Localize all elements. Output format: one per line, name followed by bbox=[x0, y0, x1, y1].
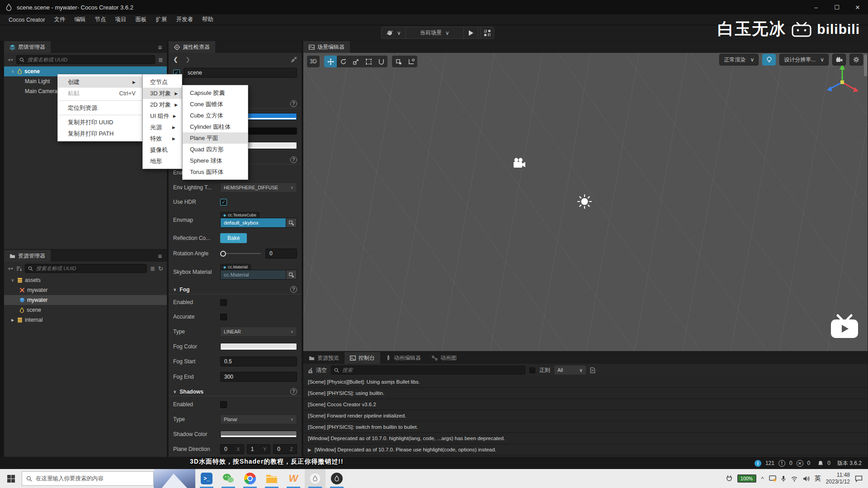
tab-asset-preview[interactable]: 资源预览 bbox=[303, 352, 344, 364]
plane-direction-y[interactable]: 1Y bbox=[247, 444, 271, 454]
scene-view-tab[interactable]: 场景编辑器 bbox=[303, 41, 350, 53]
menu-edit[interactable]: 编辑 bbox=[71, 14, 90, 25]
microphone-icon[interactable] bbox=[781, 475, 786, 482]
sort-assets-button[interactable] bbox=[16, 266, 22, 271]
camera-gizmo[interactable] bbox=[513, 158, 526, 170]
collapse-icon[interactable]: ∨ bbox=[10, 278, 15, 282]
transform-gizmo-button[interactable] bbox=[375, 56, 387, 67]
scene-select[interactable]: 当前场景 ∨ bbox=[406, 27, 464, 38]
scale-tool-button[interactable] bbox=[349, 56, 362, 67]
nav-forward-button[interactable]: ❯ bbox=[185, 56, 190, 63]
help-icon[interactable]: ? bbox=[290, 388, 297, 395]
inspector-tab[interactable]: 属性检查器 bbox=[169, 41, 215, 53]
material-picker-button[interactable] bbox=[286, 270, 297, 280]
assets-refresh-button[interactable]: ↻ bbox=[158, 265, 163, 272]
hierarchy-menu-button[interactable]: ≡ bbox=[153, 41, 167, 53]
error-count-icon[interactable]: ✕ bbox=[797, 460, 803, 467]
speaker-icon[interactable] bbox=[803, 476, 810, 482]
assets-menu-button[interactable]: ≡ bbox=[153, 250, 167, 262]
submenu-plane[interactable]: Plane 平面 bbox=[183, 132, 248, 144]
help-icon[interactable]: ? bbox=[290, 156, 297, 163]
menu-node[interactable]: 节点 bbox=[91, 14, 110, 25]
tab-animation-graph[interactable]: 动画图 bbox=[426, 352, 462, 364]
taskbar-search[interactable]: 在这里输入你要搜索的内容 bbox=[22, 471, 154, 486]
info-count-icon[interactable]: i bbox=[755, 460, 761, 467]
maximize-button[interactable]: ☐ bbox=[826, 0, 847, 14]
submenu-cone[interactable]: Cone 圆锥体 bbox=[183, 99, 248, 110]
assets-search-input[interactable] bbox=[35, 265, 144, 272]
submenu-capsule[interactable]: Capsule 胶囊 bbox=[183, 87, 248, 99]
fog-color-field[interactable] bbox=[220, 343, 297, 350]
pin-icon[interactable] bbox=[291, 56, 297, 62]
fog-start-field[interactable]: 0.5 bbox=[220, 357, 297, 366]
log-row[interactable]: [Scene] Cocos Creator v3.6.2 bbox=[303, 399, 868, 410]
submenu-sphere[interactable]: Sphere 球体 bbox=[183, 155, 248, 166]
asset-row-assets[interactable]: ∨ assets bbox=[4, 275, 167, 285]
submenu-terrain[interactable]: 地形 bbox=[143, 155, 182, 167]
env-lighting-dropdown[interactable]: HEMISPHERE_DIFFUSE ∨ bbox=[220, 183, 297, 192]
console-clear-button[interactable]: 清空 bbox=[308, 366, 327, 374]
asset-row-mywater-effect[interactable]: mywater bbox=[4, 285, 167, 295]
shadows-section-header[interactable]: ∨ Shadows ? bbox=[169, 387, 302, 396]
desktop-thumbnail[interactable] bbox=[154, 469, 195, 488]
help-icon[interactable]: ? bbox=[290, 100, 297, 107]
resolution-dropdown[interactable]: 设计分辨率... ∨ bbox=[779, 54, 829, 66]
axis-gizmo[interactable] bbox=[823, 61, 861, 101]
scene-gear-button[interactable] bbox=[849, 54, 863, 66]
context-menu-create[interactable]: 创建 ▶ bbox=[58, 76, 142, 88]
console-search-input[interactable] bbox=[341, 367, 522, 373]
directional-light-gizmo[interactable] bbox=[577, 194, 592, 211]
assets-tab[interactable]: 资源管理器 bbox=[4, 250, 51, 262]
coord-space-button[interactable] bbox=[405, 56, 417, 67]
rotation-angle-field[interactable]: 0 bbox=[265, 249, 297, 258]
envmap-field[interactable]: default_skybox bbox=[220, 218, 286, 228]
render-mode-dropdown[interactable]: 正常渲染 ∨ bbox=[719, 54, 759, 66]
assets-list-button[interactable]: ≣ bbox=[150, 265, 155, 272]
plane-direction-z[interactable]: 0Z bbox=[273, 444, 297, 454]
warning-count-icon[interactable]: ! bbox=[778, 460, 785, 467]
log-level-dropdown[interactable]: All ∨ bbox=[554, 366, 586, 375]
language-indicator[interactable]: 英 bbox=[815, 474, 821, 483]
close-button[interactable]: ✕ bbox=[847, 0, 868, 14]
submenu-torus[interactable]: Torus 圆环体 bbox=[183, 166, 248, 178]
screen-share-icon[interactable] bbox=[769, 475, 776, 482]
bake-button[interactable]: Bake bbox=[220, 233, 247, 243]
camera-settings-button[interactable] bbox=[832, 54, 846, 66]
node-name-field[interactable]: scene bbox=[184, 68, 297, 78]
menu-panel[interactable]: 面板 bbox=[132, 14, 151, 25]
shadows-type-dropdown[interactable]: Planar ∨ bbox=[220, 414, 297, 424]
asset-row-scene[interactable]: scene bbox=[4, 305, 167, 315]
lighting-toggle-button[interactable] bbox=[762, 54, 776, 66]
taskbar-explorer[interactable] bbox=[261, 469, 282, 488]
assets-search[interactable] bbox=[25, 264, 147, 273]
asset-row-internal[interactable]: ▶ internal bbox=[4, 315, 167, 325]
tab-console[interactable]: 控制台 bbox=[344, 352, 380, 364]
shadow-color-field[interactable] bbox=[220, 431, 297, 438]
nav-back-button[interactable]: ❮ bbox=[173, 56, 178, 63]
console-search[interactable] bbox=[331, 366, 525, 375]
log-row[interactable]: [Scene] Forward render pipeline initiali… bbox=[303, 410, 868, 422]
scene-scrollbar[interactable] bbox=[864, 55, 867, 76]
fog-accurate-checkbox[interactable] bbox=[220, 314, 227, 320]
hierarchy-tab[interactable]: 层级管理器 bbox=[4, 41, 51, 53]
skybox-material-field[interactable]: cc.Material bbox=[220, 270, 286, 280]
rect-tool-button[interactable] bbox=[362, 56, 375, 67]
context-menu-locate-asset[interactable]: 定位到资源 bbox=[58, 102, 142, 113]
taskbar-powershell[interactable]: >_ bbox=[196, 469, 217, 488]
play-button[interactable] bbox=[464, 27, 478, 38]
submenu-quad[interactable]: Quad 四方形 bbox=[183, 144, 248, 155]
menu-developer[interactable]: 开发者 bbox=[172, 14, 198, 25]
log-row[interactable]: [Scene] [PHYSICS]: using builtin. bbox=[303, 388, 868, 399]
platform-select[interactable]: ∨ bbox=[382, 27, 406, 38]
regex-checkbox[interactable] bbox=[529, 367, 535, 373]
rotate-tool-button[interactable] bbox=[337, 56, 349, 67]
submenu-3d-object[interactable]: 3D 对象▶ bbox=[143, 88, 182, 99]
submenu-light[interactable]: 光源▶ bbox=[143, 122, 182, 133]
mode-3d-button[interactable]: 3D bbox=[307, 56, 320, 67]
envmap-picker-button[interactable] bbox=[286, 218, 297, 228]
submenu-cube[interactable]: Cube 立方体 bbox=[183, 110, 248, 121]
tab-animation-editor[interactable]: 动画编辑器 bbox=[380, 352, 426, 364]
context-menu-copy-uuid[interactable]: 复制并打印 UUID bbox=[58, 117, 142, 128]
shadows-enabled-checkbox[interactable] bbox=[220, 401, 227, 408]
help-icon[interactable]: ? bbox=[290, 286, 297, 293]
